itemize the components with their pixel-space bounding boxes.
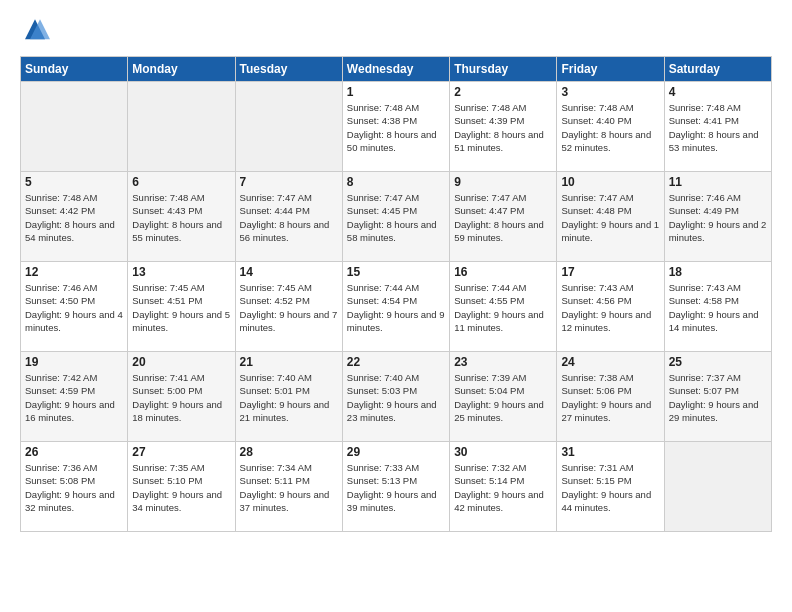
day-number: 4 xyxy=(669,85,767,99)
calendar-cell: 6Sunrise: 7:48 AMSunset: 4:43 PMDaylight… xyxy=(128,172,235,262)
calendar-cell: 17Sunrise: 7:43 AMSunset: 4:56 PMDayligh… xyxy=(557,262,664,352)
day-number: 24 xyxy=(561,355,659,369)
day-number: 31 xyxy=(561,445,659,459)
calendar-header-row: SundayMondayTuesdayWednesdayThursdayFrid… xyxy=(21,57,772,82)
day-info: Sunrise: 7:41 AMSunset: 5:00 PMDaylight:… xyxy=(132,371,230,424)
calendar-week-row: 12Sunrise: 7:46 AMSunset: 4:50 PMDayligh… xyxy=(21,262,772,352)
day-number: 3 xyxy=(561,85,659,99)
day-number: 27 xyxy=(132,445,230,459)
calendar-cell: 3Sunrise: 7:48 AMSunset: 4:40 PMDaylight… xyxy=(557,82,664,172)
day-info: Sunrise: 7:34 AMSunset: 5:11 PMDaylight:… xyxy=(240,461,338,514)
day-number: 25 xyxy=(669,355,767,369)
day-number: 8 xyxy=(347,175,445,189)
day-info: Sunrise: 7:39 AMSunset: 5:04 PMDaylight:… xyxy=(454,371,552,424)
day-number: 21 xyxy=(240,355,338,369)
calendar-cell: 19Sunrise: 7:42 AMSunset: 4:59 PMDayligh… xyxy=(21,352,128,442)
calendar-cell: 27Sunrise: 7:35 AMSunset: 5:10 PMDayligh… xyxy=(128,442,235,532)
page: SundayMondayTuesdayWednesdayThursdayFrid… xyxy=(0,0,792,542)
day-info: Sunrise: 7:44 AMSunset: 4:55 PMDaylight:… xyxy=(454,281,552,334)
calendar-cell: 16Sunrise: 7:44 AMSunset: 4:55 PMDayligh… xyxy=(450,262,557,352)
day-info: Sunrise: 7:31 AMSunset: 5:15 PMDaylight:… xyxy=(561,461,659,514)
day-info: Sunrise: 7:32 AMSunset: 5:14 PMDaylight:… xyxy=(454,461,552,514)
day-number: 19 xyxy=(25,355,123,369)
day-number: 1 xyxy=(347,85,445,99)
calendar-cell: 5Sunrise: 7:48 AMSunset: 4:42 PMDaylight… xyxy=(21,172,128,262)
day-info: Sunrise: 7:44 AMSunset: 4:54 PMDaylight:… xyxy=(347,281,445,334)
logo-icon xyxy=(20,16,50,46)
day-info: Sunrise: 7:33 AMSunset: 5:13 PMDaylight:… xyxy=(347,461,445,514)
calendar-cell xyxy=(128,82,235,172)
calendar-cell: 26Sunrise: 7:36 AMSunset: 5:08 PMDayligh… xyxy=(21,442,128,532)
calendar-week-row: 19Sunrise: 7:42 AMSunset: 4:59 PMDayligh… xyxy=(21,352,772,442)
day-info: Sunrise: 7:47 AMSunset: 4:48 PMDaylight:… xyxy=(561,191,659,244)
day-info: Sunrise: 7:38 AMSunset: 5:06 PMDaylight:… xyxy=(561,371,659,424)
day-info: Sunrise: 7:47 AMSunset: 4:44 PMDaylight:… xyxy=(240,191,338,244)
day-info: Sunrise: 7:45 AMSunset: 4:52 PMDaylight:… xyxy=(240,281,338,334)
calendar-cell: 24Sunrise: 7:38 AMSunset: 5:06 PMDayligh… xyxy=(557,352,664,442)
day-info: Sunrise: 7:48 AMSunset: 4:43 PMDaylight:… xyxy=(132,191,230,244)
weekday-header: Tuesday xyxy=(235,57,342,82)
calendar-cell: 21Sunrise: 7:40 AMSunset: 5:01 PMDayligh… xyxy=(235,352,342,442)
day-info: Sunrise: 7:35 AMSunset: 5:10 PMDaylight:… xyxy=(132,461,230,514)
day-number: 26 xyxy=(25,445,123,459)
calendar-table: SundayMondayTuesdayWednesdayThursdayFrid… xyxy=(20,56,772,532)
calendar-week-row: 26Sunrise: 7:36 AMSunset: 5:08 PMDayligh… xyxy=(21,442,772,532)
day-info: Sunrise: 7:36 AMSunset: 5:08 PMDaylight:… xyxy=(25,461,123,514)
day-number: 9 xyxy=(454,175,552,189)
calendar-cell: 28Sunrise: 7:34 AMSunset: 5:11 PMDayligh… xyxy=(235,442,342,532)
day-number: 14 xyxy=(240,265,338,279)
weekday-header: Saturday xyxy=(664,57,771,82)
calendar-cell: 14Sunrise: 7:45 AMSunset: 4:52 PMDayligh… xyxy=(235,262,342,352)
day-info: Sunrise: 7:40 AMSunset: 5:01 PMDaylight:… xyxy=(240,371,338,424)
calendar-cell xyxy=(664,442,771,532)
day-info: Sunrise: 7:43 AMSunset: 4:58 PMDaylight:… xyxy=(669,281,767,334)
calendar-cell: 4Sunrise: 7:48 AMSunset: 4:41 PMDaylight… xyxy=(664,82,771,172)
logo xyxy=(20,16,54,46)
day-info: Sunrise: 7:47 AMSunset: 4:47 PMDaylight:… xyxy=(454,191,552,244)
header xyxy=(20,16,772,46)
calendar-cell: 10Sunrise: 7:47 AMSunset: 4:48 PMDayligh… xyxy=(557,172,664,262)
day-info: Sunrise: 7:48 AMSunset: 4:40 PMDaylight:… xyxy=(561,101,659,154)
day-info: Sunrise: 7:48 AMSunset: 4:42 PMDaylight:… xyxy=(25,191,123,244)
day-number: 10 xyxy=(561,175,659,189)
calendar-cell: 11Sunrise: 7:46 AMSunset: 4:49 PMDayligh… xyxy=(664,172,771,262)
day-number: 5 xyxy=(25,175,123,189)
calendar-cell xyxy=(21,82,128,172)
day-number: 17 xyxy=(561,265,659,279)
calendar-cell: 13Sunrise: 7:45 AMSunset: 4:51 PMDayligh… xyxy=(128,262,235,352)
day-number: 13 xyxy=(132,265,230,279)
day-info: Sunrise: 7:40 AMSunset: 5:03 PMDaylight:… xyxy=(347,371,445,424)
weekday-header: Thursday xyxy=(450,57,557,82)
day-number: 30 xyxy=(454,445,552,459)
day-number: 11 xyxy=(669,175,767,189)
day-number: 22 xyxy=(347,355,445,369)
day-number: 7 xyxy=(240,175,338,189)
day-info: Sunrise: 7:48 AMSunset: 4:41 PMDaylight:… xyxy=(669,101,767,154)
weekday-header: Friday xyxy=(557,57,664,82)
calendar-cell: 30Sunrise: 7:32 AMSunset: 5:14 PMDayligh… xyxy=(450,442,557,532)
day-number: 16 xyxy=(454,265,552,279)
calendar-cell: 9Sunrise: 7:47 AMSunset: 4:47 PMDaylight… xyxy=(450,172,557,262)
calendar-week-row: 5Sunrise: 7:48 AMSunset: 4:42 PMDaylight… xyxy=(21,172,772,262)
day-info: Sunrise: 7:37 AMSunset: 5:07 PMDaylight:… xyxy=(669,371,767,424)
day-number: 23 xyxy=(454,355,552,369)
calendar-cell: 31Sunrise: 7:31 AMSunset: 5:15 PMDayligh… xyxy=(557,442,664,532)
calendar-cell: 7Sunrise: 7:47 AMSunset: 4:44 PMDaylight… xyxy=(235,172,342,262)
calendar-cell: 29Sunrise: 7:33 AMSunset: 5:13 PMDayligh… xyxy=(342,442,449,532)
day-number: 18 xyxy=(669,265,767,279)
day-info: Sunrise: 7:48 AMSunset: 4:38 PMDaylight:… xyxy=(347,101,445,154)
day-info: Sunrise: 7:48 AMSunset: 4:39 PMDaylight:… xyxy=(454,101,552,154)
day-info: Sunrise: 7:47 AMSunset: 4:45 PMDaylight:… xyxy=(347,191,445,244)
day-info: Sunrise: 7:45 AMSunset: 4:51 PMDaylight:… xyxy=(132,281,230,334)
calendar-cell: 23Sunrise: 7:39 AMSunset: 5:04 PMDayligh… xyxy=(450,352,557,442)
calendar-cell: 20Sunrise: 7:41 AMSunset: 5:00 PMDayligh… xyxy=(128,352,235,442)
weekday-header: Monday xyxy=(128,57,235,82)
day-number: 2 xyxy=(454,85,552,99)
calendar-cell: 12Sunrise: 7:46 AMSunset: 4:50 PMDayligh… xyxy=(21,262,128,352)
day-number: 28 xyxy=(240,445,338,459)
calendar-week-row: 1Sunrise: 7:48 AMSunset: 4:38 PMDaylight… xyxy=(21,82,772,172)
day-number: 20 xyxy=(132,355,230,369)
weekday-header: Wednesday xyxy=(342,57,449,82)
calendar-body: 1Sunrise: 7:48 AMSunset: 4:38 PMDaylight… xyxy=(21,82,772,532)
calendar-cell: 15Sunrise: 7:44 AMSunset: 4:54 PMDayligh… xyxy=(342,262,449,352)
